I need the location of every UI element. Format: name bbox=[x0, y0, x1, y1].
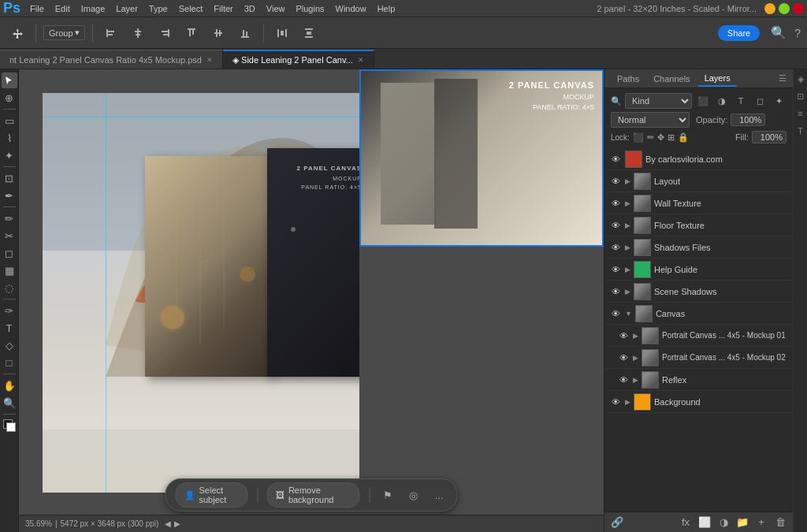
layer-vis-bg[interactable]: 👁 bbox=[609, 396, 622, 408]
lock-artboard-icon[interactable]: ⊞ bbox=[668, 132, 675, 143]
hand-tool[interactable]: ✋ bbox=[2, 378, 17, 393]
ctx-more-button[interactable]: ... bbox=[431, 485, 448, 505]
layer-vis-reflex[interactable]: 👁 bbox=[617, 374, 630, 386]
text-tool[interactable]: T bbox=[2, 320, 17, 336]
marquee-tool[interactable]: ▭ bbox=[2, 113, 17, 128]
layer-expand-reflex[interactable]: ▶ bbox=[633, 376, 638, 384]
align-left-button[interactable] bbox=[100, 25, 122, 41]
search-button[interactable]: 🔍 bbox=[771, 25, 787, 40]
path-tool[interactable]: ◇ bbox=[2, 337, 17, 353]
menu-select[interactable]: Select bbox=[174, 2, 208, 15]
filter-smart-icon[interactable]: ✦ bbox=[771, 93, 787, 109]
menu-filter[interactable]: Filter bbox=[209, 2, 237, 15]
add-mask-button[interactable]: ⬜ bbox=[697, 515, 712, 530]
align-middle-button[interactable] bbox=[207, 25, 229, 41]
layer-vis-scene[interactable]: 👁 bbox=[609, 285, 622, 298]
magic-wand-tool[interactable]: ✦ bbox=[2, 147, 17, 163]
clone-tool[interactable]: ✂ bbox=[2, 228, 17, 244]
eraser-tool[interactable]: ◻ bbox=[2, 245, 17, 261]
layer-vis-guide[interactable]: 👁 bbox=[609, 263, 622, 276]
maximize-button[interactable] bbox=[779, 3, 790, 14]
layer-expand-floor[interactable]: ▶ bbox=[625, 221, 630, 229]
menu-layer[interactable]: Layer bbox=[111, 2, 143, 15]
kind-select[interactable]: Kind bbox=[625, 93, 692, 109]
layer-vis-wall[interactable]: 👁 bbox=[609, 197, 622, 210]
layer-vis-portrait02[interactable]: 👁 bbox=[617, 352, 630, 364]
menu-3d[interactable]: 3D bbox=[240, 2, 260, 15]
blur-tool[interactable]: ◌ bbox=[2, 280, 17, 296]
layer-vis-shadows[interactable]: 👁 bbox=[609, 241, 622, 254]
eyedropper-tool[interactable]: ✒ bbox=[2, 188, 17, 203]
ctx-flag-button[interactable]: ⚑ bbox=[379, 485, 396, 505]
edge-icon-4[interactable]: T bbox=[794, 125, 807, 137]
crop-tool[interactable]: ⊡ bbox=[2, 170, 17, 186]
layer-floor-texture[interactable]: 👁 ▶ Floor Texture bbox=[604, 214, 793, 236]
layer-expand-guide[interactable]: ▶ bbox=[625, 266, 630, 273]
foreground-color[interactable] bbox=[3, 419, 16, 432]
layer-expand-scene[interactable]: ▶ bbox=[625, 288, 630, 296]
layer-expand-wall[interactable]: ▶ bbox=[625, 199, 630, 207]
menu-edit[interactable]: Edit bbox=[50, 2, 75, 15]
layer-wall-texture[interactable]: 👁 ▶ Wall Texture bbox=[604, 192, 793, 214]
tab-0[interactable]: nt Leaning 2 Panel Canvas Ratio 4x5 Mock… bbox=[0, 50, 223, 69]
layer-portrait-01[interactable]: 👁 ▶ Portrait Canvas ... 4x5 - Mockup 01 bbox=[604, 325, 793, 347]
group-dropdown[interactable]: Group ▾ bbox=[43, 25, 85, 40]
layer-vis-portrait01[interactable]: 👁 bbox=[617, 329, 630, 342]
menu-image[interactable]: Image bbox=[76, 2, 110, 15]
menu-file[interactable]: File bbox=[25, 2, 49, 15]
menu-view[interactable]: View bbox=[262, 2, 290, 15]
fx-button[interactable]: fx bbox=[678, 515, 694, 530]
fill-value[interactable]: 100% bbox=[752, 131, 787, 143]
gradient-tool[interactable]: ▦ bbox=[2, 262, 17, 278]
group-layers-button[interactable]: 📁 bbox=[734, 515, 750, 530]
edge-icon-2[interactable]: ⊡ bbox=[794, 90, 807, 102]
tab-0-close[interactable]: ✕ bbox=[206, 56, 213, 64]
layer-vis-layout[interactable]: 👁 bbox=[609, 175, 622, 188]
help-button[interactable]: ? bbox=[794, 27, 801, 39]
tab-layers[interactable]: Layers bbox=[698, 71, 737, 87]
panel-menu-button[interactable]: ☰ bbox=[779, 73, 787, 84]
align-right-button[interactable] bbox=[154, 25, 176, 41]
layer-background[interactable]: 👁 ▶ Background bbox=[604, 391, 793, 413]
link-layers-button[interactable]: 🔗 bbox=[609, 515, 625, 530]
remove-background-button[interactable]: 🖼 Remove background bbox=[267, 482, 360, 508]
align-bottom-button[interactable] bbox=[234, 25, 256, 41]
lock-brush-icon[interactable]: ✏ bbox=[647, 132, 654, 143]
tab-channels[interactable]: Channels bbox=[647, 72, 696, 86]
minimize-button[interactable] bbox=[764, 3, 775, 14]
filter-adjust-icon[interactable]: ◑ bbox=[714, 93, 730, 109]
menu-type[interactable]: Type bbox=[144, 2, 173, 15]
nav-arrow-left[interactable]: ◀ bbox=[165, 519, 171, 528]
select-subject-button[interactable]: 👤 Select subject bbox=[176, 482, 248, 508]
distribute-v-button[interactable] bbox=[298, 25, 320, 41]
layer-carlosviloria[interactable]: 👁 By carlosviloria.com bbox=[604, 148, 793, 170]
move-tool[interactable] bbox=[6, 25, 28, 41]
layer-vis-carlosviloria[interactable]: 👁 bbox=[609, 153, 622, 166]
layer-expand-portrait01[interactable]: ▶ bbox=[633, 332, 638, 340]
lasso-tool[interactable]: ⌇ bbox=[2, 130, 17, 146]
move-tool-icon[interactable]: ⊕ bbox=[2, 90, 17, 106]
menu-plugins[interactable]: Plugins bbox=[291, 2, 329, 15]
new-layer-button[interactable]: + bbox=[753, 515, 769, 530]
opacity-value[interactable]: 100% bbox=[731, 113, 765, 126]
zoom-tool[interactable]: 🔍 bbox=[2, 395, 17, 411]
lock-transparent-icon[interactable]: ⬛ bbox=[633, 132, 644, 143]
layer-portrait-02[interactable]: 👁 ▶ Portrait Canvas ... 4x5 - Mockup 02 bbox=[604, 347, 793, 369]
distribute-h-button[interactable] bbox=[271, 25, 293, 41]
share-button[interactable]: Share bbox=[718, 25, 760, 41]
brush-tool[interactable]: ✏ bbox=[2, 210, 17, 226]
layer-vis-canvas[interactable]: 👁 bbox=[609, 307, 622, 320]
layer-expand-layout[interactable]: ▶ bbox=[625, 177, 630, 185]
layer-vis-floor[interactable]: 👁 bbox=[609, 219, 622, 232]
tab-paths[interactable]: Paths bbox=[611, 72, 645, 86]
lock-all-icon[interactable]: 🔒 bbox=[678, 132, 689, 143]
nav-arrow-right[interactable]: ▶ bbox=[174, 519, 180, 528]
filter-type-icon[interactable]: T bbox=[733, 93, 749, 109]
blend-mode-select[interactable]: Normal bbox=[611, 112, 690, 128]
layer-expand-canvas[interactable]: ▼ bbox=[625, 310, 632, 318]
menu-help[interactable]: Help bbox=[373, 2, 400, 15]
layer-shadows-files[interactable]: 👁 ▶ Shadows Files bbox=[604, 236, 793, 259]
tab-1[interactable]: ◈ Side Leaning 2 Panel Canv... ✕ bbox=[223, 50, 374, 69]
edge-icon-3[interactable]: ≡ bbox=[794, 107, 807, 120]
layer-canvas[interactable]: 👁 ▼ Canvas bbox=[604, 303, 793, 325]
